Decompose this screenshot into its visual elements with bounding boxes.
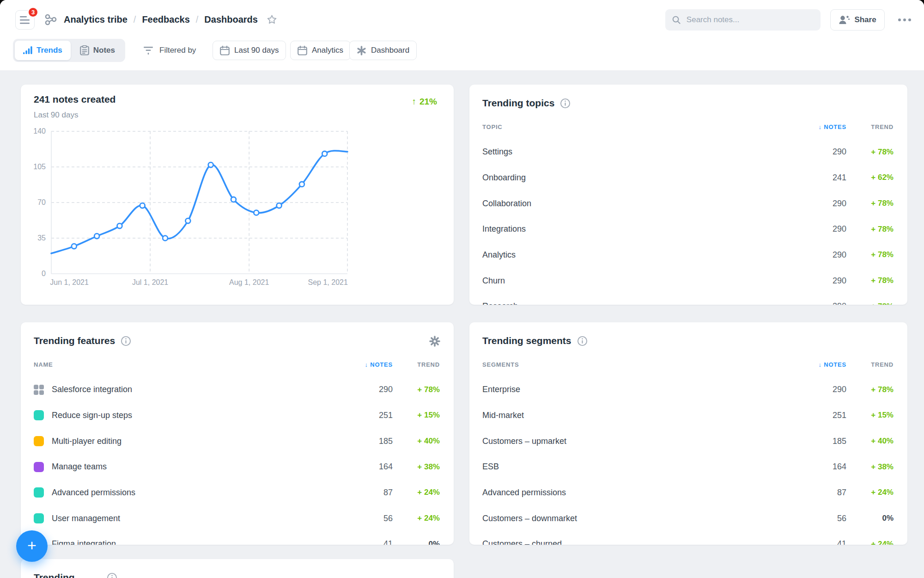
row-label: Enterprise	[482, 385, 791, 394]
filter-date-range-button[interactable]: Last 90 days	[213, 41, 286, 60]
notes-count: 185	[337, 437, 393, 446]
svg-text:Sep 1, 2021: Sep 1, 2021	[308, 278, 348, 286]
search-input[interactable]	[686, 15, 814, 25]
settings-gear-button[interactable]	[429, 335, 441, 347]
table-row[interactable]: Figma integration410%	[21, 531, 454, 545]
notes-count: 290	[791, 224, 846, 234]
trend-value: + 62%	[851, 173, 894, 182]
sort-by-notes-header[interactable]: ↓ NOTES	[791, 361, 846, 368]
row-label: Reduce sign-up steps	[34, 410, 337, 420]
table-row[interactable]: Manage teams164+ 38%	[21, 454, 454, 480]
grid-icon	[34, 385, 44, 395]
table-row[interactable]: Advanced permissions87+ 24%	[21, 480, 454, 506]
table-row[interactable]: Multi-player editing185+ 40%	[21, 428, 454, 454]
row-label: Integrations	[482, 224, 791, 234]
row-label: Churn	[482, 276, 791, 286]
top-bar: 3 Analytics tribe/Feedbacks/Dashboards	[0, 0, 924, 70]
table-row[interactable]: Settings290+ 78%	[469, 139, 907, 165]
arrow-down-icon: ↓	[818, 123, 821, 130]
table-row[interactable]: Advanced permissions87+ 24%	[469, 480, 907, 506]
star-icon	[266, 14, 278, 25]
share-person-icon	[839, 15, 850, 25]
bottom-trending-card: Trending	[21, 559, 454, 578]
trend-value: + 38%	[851, 462, 894, 472]
trend-value: + 40%	[397, 437, 440, 446]
info-icon[interactable]	[577, 336, 588, 346]
svg-text:70: 70	[37, 198, 46, 206]
trend-value: + 78%	[851, 250, 894, 259]
table-row[interactable]: Research290+ 78%	[469, 294, 907, 305]
info-icon[interactable]	[107, 572, 117, 578]
sort-by-notes-header[interactable]: ↓ NOTES	[337, 361, 393, 368]
table-row[interactable]: Enterprise290+ 78%	[469, 377, 907, 403]
overflow-menu-button[interactable]	[894, 14, 915, 26]
filter-icon	[143, 46, 153, 55]
search-field[interactable]	[665, 9, 821, 31]
row-label: Advanced permissions	[482, 488, 791, 498]
tab-notes[interactable]: Notes	[72, 41, 123, 60]
row-label: Figma integration	[34, 539, 337, 545]
table-row[interactable]: Customers – downmarket560%	[469, 505, 907, 531]
row-label: Manage teams	[34, 462, 337, 472]
table-row[interactable]: Mid-market251+ 15%	[469, 403, 907, 429]
svg-text:140: 140	[33, 127, 46, 135]
share-label: Share	[854, 15, 876, 25]
breadcrumb-item[interactable]: Dashboards	[204, 14, 258, 25]
add-note-fab[interactable]: +	[16, 530, 48, 562]
breadcrumb-item[interactable]: Feedbacks	[142, 14, 189, 25]
row-label: Advanced permissions	[34, 487, 337, 498]
table-row[interactable]: Analytics290+ 78%	[469, 242, 907, 268]
share-button[interactable]: Share	[830, 9, 885, 31]
trend-value: 0%	[397, 540, 440, 545]
breadcrumb-item[interactable]: Analytics tribe	[64, 14, 128, 25]
notes-count: 41	[791, 539, 846, 545]
notes-created-chart: 03570105140Jun 1, 2021Jul 1, 2021Aug 1, …	[21, 85, 454, 305]
notes-created-card: 241 notes created Last 90 days ↑21% 0357…	[21, 85, 454, 305]
gear-icon	[429, 335, 441, 347]
trend-value: + 78%	[397, 385, 440, 394]
trending-features-card: Trending features NAME ↓ NOTES TREND Sal…	[21, 322, 454, 545]
trending-topics-card: Trending topics TOPIC ↓ NOTES TREND Sett…	[469, 85, 907, 305]
trending-segments-title: Trending segments	[482, 335, 571, 346]
notes-count: 164	[337, 462, 393, 472]
svg-text:35: 35	[37, 234, 46, 242]
calendar-icon	[220, 46, 230, 55]
table-row[interactable]: ESB164+ 38%	[469, 454, 907, 480]
table-row[interactable]: Churn290+ 78%	[469, 268, 907, 294]
breadcrumb-separator: /	[196, 14, 199, 25]
row-label: Customers – upmarket	[482, 437, 791, 446]
table-row[interactable]: Onboarding241+ 62%	[469, 165, 907, 191]
table-row[interactable]: Customers – upmarket185+ 40%	[469, 428, 907, 454]
trend-value: + 78%	[851, 199, 894, 208]
info-icon[interactable]	[560, 98, 571, 109]
sort-by-notes-header[interactable]: ↓ NOTES	[791, 123, 846, 130]
notes-count: 290	[791, 250, 846, 260]
feature-color-chip	[34, 487, 44, 498]
notes-count: 87	[337, 488, 393, 498]
feature-color-chip	[34, 462, 44, 472]
tab-trends[interactable]: Trends	[15, 41, 71, 60]
filter-analytics-button[interactable]: Analytics	[290, 41, 351, 60]
info-icon[interactable]	[121, 336, 131, 346]
trend-value: + 24%	[397, 488, 440, 497]
svg-text:105: 105	[33, 163, 46, 171]
table-row[interactable]: Collaboration290+ 78%	[469, 191, 907, 216]
view-tab-group: Trends Notes	[13, 39, 125, 62]
table-row[interactable]: User management56+ 24%	[21, 505, 454, 531]
row-label: ESB	[482, 462, 791, 472]
table-row[interactable]: Reduce sign-up steps251+ 15%	[21, 403, 454, 429]
notes-count: 290	[791, 301, 846, 305]
table-row[interactable]: Integrations290+ 78%	[469, 216, 907, 242]
trend-value: + 78%	[851, 225, 894, 234]
table-row[interactable]: Customers – churned41+ 24%	[469, 531, 907, 545]
table-row[interactable]: Salesforce integration290+ 78%	[21, 377, 454, 403]
svg-text:Aug 1, 2021: Aug 1, 2021	[229, 278, 269, 286]
bar-chart-icon	[23, 46, 32, 55]
hamburger-icon	[20, 15, 31, 25]
notes-count: 290	[791, 147, 846, 157]
main-menu-button[interactable]: 3	[15, 10, 35, 30]
filter-dashboard-button[interactable]: Dashboard	[349, 41, 417, 60]
filtered-by-label: Filtered by	[143, 39, 196, 62]
favorite-star-button[interactable]	[266, 14, 278, 25]
tab-notes-label: Notes	[93, 46, 115, 55]
